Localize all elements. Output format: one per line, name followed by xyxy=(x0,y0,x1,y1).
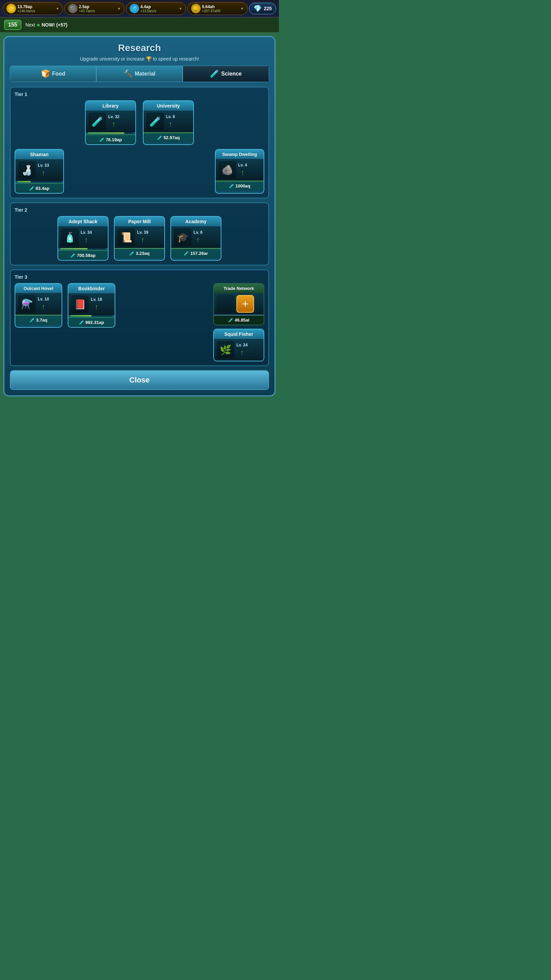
flask-icon: 🧪 xyxy=(130,4,139,13)
next-status: NOW! (+57) xyxy=(41,22,67,27)
library-progress-bar xyxy=(88,132,133,134)
trade-network-title: Trade Network xyxy=(214,284,264,293)
gold-dropdown-icon[interactable]: ▼ xyxy=(56,7,59,11)
tab-material[interactable]: 🔨 Material xyxy=(96,66,183,82)
material-dropdown-icon[interactable]: ▼ xyxy=(118,7,121,11)
shaman-icon: 🍶 xyxy=(18,161,36,179)
building-shaman[interactable]: Shaman 🍶 Lv. 33 ↑ 🧪 83.4ap xyxy=(14,149,64,194)
tier2-row: Adept Shack 🧴 Lv. 34 ↑ 🧪 700.58ap xyxy=(14,216,264,261)
science-tab-label: Science xyxy=(221,71,241,77)
squid-fisher-upgrade-arrow: ↑ xyxy=(240,348,244,357)
bookbinder-progress-fill xyxy=(70,315,92,317)
level-badge: 155 xyxy=(4,20,21,30)
building-library[interactable]: Library 🧪 Lv. 32 ↑ 🧪 78.19ap xyxy=(85,100,136,145)
trophy-icon: 🏆 xyxy=(191,4,201,13)
outcast-hovel-title: Outcast Hovel xyxy=(15,284,62,293)
tier1-top-row: Library 🧪 Lv. 32 ↑ 🧪 78.19ap xyxy=(14,100,264,145)
building-swamp[interactable]: Swamp Dwelling 🪨 Lv. 4 ↑ 🧪 1000aq xyxy=(215,149,264,194)
bookbinder-title: Bookbinder xyxy=(68,284,114,293)
top-hud: 🪙 13.79ap +148.4am/s ▼ 🔨 2.5ap +43.7am/s… xyxy=(0,0,279,18)
gem-count: 225 xyxy=(264,6,272,11)
level-bar: 155 Next ● NOW! (+57) xyxy=(0,18,279,33)
adept-shack-icon: 🧴 xyxy=(61,228,79,246)
bookbinder-cost: 🧪 992.31ap xyxy=(68,317,114,327)
bookbinder-icon: 📕 xyxy=(71,295,89,313)
gold-sub: +148.4am/s xyxy=(17,9,35,13)
library-upgrade-arrow: ↑ xyxy=(112,120,116,129)
outcast-hovel-upgrade-arrow: ↑ xyxy=(41,302,45,311)
material-tab-label: Material xyxy=(135,71,155,77)
library-cost-icon: 🧪 xyxy=(99,137,105,142)
hud-material: 🔨 2.5ap +43.7am/s ▼ xyxy=(64,2,124,15)
research-tabs: 🍞 Food 🔨 Material 🧪 Science xyxy=(10,66,269,82)
swamp-upgrade-arrow: ↑ xyxy=(241,168,245,177)
library-cost-text: 78.19ap xyxy=(106,137,122,142)
trophy-main: 5.64ah xyxy=(202,5,221,9)
gem-icon: 💎 xyxy=(253,5,262,13)
trade-network-icon xyxy=(217,295,234,313)
shaman-level: Lv. 33 xyxy=(38,163,49,168)
hud-trophy: 🏆 5.64ah +287.97af/R ▼ xyxy=(187,2,248,15)
building-academy[interactable]: Academy 🎓 Lv. 6 ↑ 🧪 157.26ar xyxy=(170,216,221,261)
hud-gold: 🪙 13.79ap +148.4am/s ▼ xyxy=(3,2,63,15)
hud-gems: 💎 225 xyxy=(249,3,276,14)
academy-cost-text: 157.26ar xyxy=(190,251,208,256)
close-button[interactable]: Close xyxy=(10,370,269,390)
food-tab-icon: 🍞 xyxy=(41,69,50,78)
library-level: Lv. 32 xyxy=(108,115,119,119)
gold-icon: 🪙 xyxy=(6,4,16,13)
building-university[interactable]: University 🧪 Lv. 6 ↑ 🧪 52.97aq xyxy=(143,100,194,145)
trade-network-add-button[interactable]: + xyxy=(237,295,254,313)
tier3-row: Outcast Hovel ⚗️ Lv. 10 ↑ 🧪 3.7aq xyxy=(14,283,264,361)
paper-mill-icon: 📜 xyxy=(118,228,135,246)
outcast-hovel-cost: 🧪 3.7aq xyxy=(15,315,62,325)
swamp-cost-icon: 🧪 xyxy=(229,184,234,189)
tier3-right: Trade Network + 🧪 46.85al Squid Fisher 🌿 xyxy=(213,283,264,361)
shaman-progress-fill xyxy=(17,181,30,182)
swamp-title: Swamp Dwelling xyxy=(216,150,264,159)
squid-fisher-title: Squid Fisher xyxy=(214,329,264,339)
outcast-hovel-level: Lv. 10 xyxy=(38,297,49,301)
next-dot-icon: ● xyxy=(37,21,40,29)
academy-cost-icon: 🧪 xyxy=(184,251,189,256)
building-outcast-hovel[interactable]: Outcast Hovel ⚗️ Lv. 10 ↑ 🧪 3.7aq xyxy=(14,283,62,328)
bookbinder-cost-text: 992.31ap xyxy=(86,320,104,325)
squid-fisher-level: Lv. 24 xyxy=(237,343,248,347)
material-main: 2.5ap xyxy=(79,5,95,9)
building-adept-shack[interactable]: Adept Shack 🧴 Lv. 34 ↑ 🧪 700.58ap xyxy=(57,216,108,261)
trade-network-cost: 🧪 46.85al xyxy=(214,315,264,325)
swamp-icon: 🪨 xyxy=(218,161,236,179)
tab-science[interactable]: 🧪 Science xyxy=(183,66,269,82)
bookbinder-level: Lv. 18 xyxy=(91,297,102,302)
gold-main: 13.79ap xyxy=(17,5,35,9)
outcast-hovel-cost-icon: 🧪 xyxy=(30,318,35,323)
university-icon: 🧪 xyxy=(146,113,164,130)
tier-3-label: Tier 3 xyxy=(14,274,264,280)
adept-shack-progress-fill xyxy=(60,248,87,250)
library-icon: 🧪 xyxy=(89,113,106,130)
academy-level: Lv. 6 xyxy=(194,230,202,235)
tab-food[interactable]: 🍞 Food xyxy=(10,66,96,82)
building-paper-mill[interactable]: Paper Mill 📜 Lv. 39 ↑ 🧪 3.23aq xyxy=(114,216,165,261)
academy-cost: 🧪 157.26ar xyxy=(171,248,221,258)
shaman-cost-icon: 🧪 xyxy=(29,186,34,191)
swamp-cost: 🧪 1000aq xyxy=(216,181,264,191)
adept-shack-upgrade-arrow: ↑ xyxy=(84,235,88,244)
adept-shack-level: Lv. 34 xyxy=(81,230,92,235)
shaman-cost-text: 83.4ap xyxy=(36,186,49,191)
building-trade-network[interactable]: Trade Network + 🧪 46.85al xyxy=(213,283,264,325)
swamp-level: Lv. 4 xyxy=(238,163,247,167)
tier-3-section: Tier 3 Outcast Hovel ⚗️ Lv. 10 ↑ 🧪 xyxy=(10,269,269,366)
trophy-dropdown-icon[interactable]: ▼ xyxy=(240,7,244,11)
paper-mill-upgrade-arrow: ↑ xyxy=(141,235,144,244)
building-bookbinder[interactable]: Bookbinder 📕 Lv. 18 ↑ 🧪 992.31ap xyxy=(68,283,115,328)
shaman-cost: 🧪 83.4ap xyxy=(15,183,63,193)
tier3-left: Outcast Hovel ⚗️ Lv. 10 ↑ 🧪 3.7aq xyxy=(14,283,208,328)
tier-1-label: Tier 1 xyxy=(14,92,264,97)
material-sub: +43.7am/s xyxy=(79,9,95,13)
squid-fisher-icon: 🌿 xyxy=(217,341,234,359)
flask-dropdown-icon[interactable]: ▼ xyxy=(179,7,182,11)
building-squid-fisher[interactable]: Squid Fisher 🌿 Lv. 24 ↑ xyxy=(213,329,264,361)
academy-upgrade-arrow: ↑ xyxy=(196,235,200,244)
next-label: Next xyxy=(25,22,35,27)
